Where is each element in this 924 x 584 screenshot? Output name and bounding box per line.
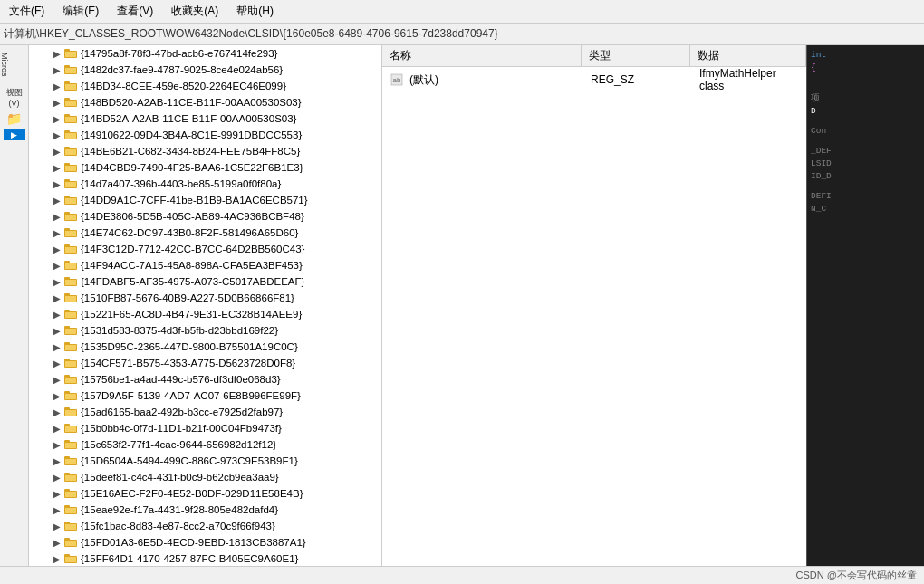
tree-item[interactable]: ▶{14910622-09D4-3B4A-8C1E-9991DBDCC553}	[29, 127, 381, 143]
tree-arrow-icon[interactable]: ▶	[51, 473, 63, 483]
tree-item[interactable]: ▶{15D6504A-5494-499C-886C-973C9E53B9F1}	[29, 453, 381, 469]
tree-item[interactable]: ▶{15c653f2-77f1-4cac-9644-656982d12f12}	[29, 436, 381, 453]
svg-rect-56	[65, 345, 76, 350]
tree-item[interactable]: ▶{15b0bb4c-0f7d-11D1-b21f-00C04Fb9473f}	[29, 420, 381, 436]
registry-tree-panel[interactable]: ▶{14795a8f-78f3-47bd-acb6-e767414fe293}▶…	[29, 45, 382, 566]
tree-item[interactable]: ▶{157D9A5F-5139-4AD7-AC07-6E8B996FE99F}	[29, 388, 381, 404]
tree-arrow-icon[interactable]: ▶	[51, 212, 63, 222]
tree-item[interactable]: ▶{15FD01A3-6E5D-4ECD-9EBD-1813CB3887A1}	[29, 534, 381, 550]
menu-view[interactable]: 查看(V)	[111, 2, 159, 21]
tree-item[interactable]: ▶{14BE6B21-C682-3434-8B24-FEE75B4FF8C5}	[29, 143, 381, 159]
folder-icon	[63, 209, 78, 224]
tree-arrow-icon[interactable]: ▶	[51, 49, 63, 59]
tree-item[interactable]: ▶{1535D95C-2365-447D-9800-B75501A19C0C}	[29, 339, 381, 355]
svg-rect-79	[64, 473, 70, 475]
tree-arrow-icon[interactable]: ▶	[51, 228, 63, 238]
folder-icon	[63, 160, 78, 175]
tree-item[interactable]: ▶{15deef81-c4c4-431f-b0c9-b62cb9ea3aa9}	[29, 469, 381, 485]
tree-arrow-icon[interactable]: ▶	[51, 98, 63, 108]
tree-item[interactable]: ▶{1531d583-8375-4d3f-b5fb-d23bbd169f22}	[29, 322, 381, 339]
tree-item[interactable]: ▶{14DE3806-5D5B-405C-AB89-4AC936BCBF48}	[29, 208, 381, 225]
tree-arrow-icon[interactable]: ▶	[51, 179, 63, 189]
folder-icon	[63, 437, 78, 452]
svg-rect-44	[65, 280, 76, 285]
tree-arrow-icon[interactable]: ▶	[51, 196, 63, 206]
tree-arrow-icon[interactable]: ▶	[51, 424, 63, 434]
folder-icon	[63, 79, 78, 93]
tree-item[interactable]: ▶{14DD9A1C-7CFF-41be-B1B9-BA1AC6ECB571}	[29, 192, 381, 208]
tree-label: {15FF64D1-4170-4257-87FC-B405EC9A60E1}	[81, 553, 298, 564]
tree-item[interactable]: ▶{15756be1-a4ad-449c-b576-df3df0e068d3}	[29, 371, 381, 388]
tree-arrow-icon[interactable]: ▶	[51, 326, 63, 336]
tree-item[interactable]: ▶{15ad6165-baa2-492b-b3cc-e7925d2fab97}	[29, 404, 381, 420]
svg-rect-1	[64, 49, 70, 52]
tree-item[interactable]: ▶{14795a8f-78f3-47bd-acb6-e767414fe293}	[29, 45, 381, 62]
tree-item[interactable]: ▶{14F3C12D-7712-42CC-B7CC-64D2BB560C43}	[29, 241, 381, 257]
folder-icon	[63, 291, 78, 305]
col-header-type[interactable]: 类型	[582, 45, 690, 66]
tree-arrow-icon[interactable]: ▶	[51, 440, 63, 450]
tree-item[interactable]: ▶{15221F65-AC8D-4B47-9E31-EC328B14AEE9}	[29, 306, 381, 322]
folder-icon	[63, 405, 78, 419]
tree-item[interactable]: ▶{148BD520-A2AB-11CE-B11F-00AA00530S03}	[29, 94, 381, 110]
tree-arrow-icon[interactable]: ▶	[51, 489, 63, 499]
svg-rect-11	[65, 101, 76, 106]
tree-arrow-icon[interactable]: ▶	[51, 375, 63, 385]
tree-item[interactable]: ▶{1482dc37-fae9-4787-9025-8ce4e024ab56}	[29, 62, 381, 78]
sidebar-btn-blue[interactable]: ▶	[4, 129, 25, 140]
col-header-data[interactable]: 数据	[690, 45, 806, 66]
tree-arrow-icon[interactable]: ▶	[51, 65, 63, 75]
tree-item[interactable]: ▶{14D4CBD9-7490-4F25-BAA6-1C5E22F6B1E3}	[29, 159, 381, 176]
svg-rect-47	[65, 296, 76, 302]
menu-favorites[interactable]: 收藏夹(A)	[166, 2, 224, 21]
tree-item[interactable]: ▶{1510FB87-5676-40B9-A227-5D0B66866F81}	[29, 290, 381, 306]
value-name: (默认)	[409, 72, 591, 88]
tree-label: {15D6504A-5494-499C-886C-973C9E53B9F1}	[81, 455, 298, 466]
svg-rect-65	[65, 394, 76, 399]
tree-item[interactable]: ▶{15FF64D1-4170-4257-87FC-B405EC9A60E1}	[29, 550, 381, 566]
svg-rect-43	[64, 277, 70, 280]
tree-item[interactable]: ▶{15fc1bac-8d83-4e87-8cc2-a70c9f66f943}	[29, 518, 381, 534]
tree-arrow-icon[interactable]: ▶	[51, 261, 63, 271]
folder-icon	[63, 258, 78, 273]
svg-rect-85	[64, 505, 70, 508]
tree-item[interactable]: ▶{14BD52A-A2AB-11CE-B11F-00AA00530S03}	[29, 110, 381, 127]
sidebar-icon-folder[interactable]: 📁	[5, 110, 24, 128]
tree-arrow-icon[interactable]: ▶	[51, 456, 63, 466]
tree-arrow-icon[interactable]: ▶	[51, 342, 63, 352]
tree-arrow-icon[interactable]: ▶	[51, 505, 63, 515]
tree-arrow-icon[interactable]: ▶	[51, 522, 63, 531]
tree-item[interactable]: ▶{14FDABF5-AF35-4975-A073-C5017ABDEEAF}	[29, 273, 381, 290]
tree-item[interactable]: ▶{15eae92e-f17a-4431-9f28-805e482dafd4}	[29, 502, 381, 518]
tree-arrow-icon[interactable]: ▶	[51, 310, 63, 320]
tree-arrow-icon[interactable]: ▶	[51, 130, 63, 140]
menu-edit[interactable]: 编辑(E)	[57, 2, 104, 21]
folder-icon	[63, 340, 78, 354]
svg-rect-55	[64, 342, 70, 345]
tree-item[interactable]: ▶{154CF571-B575-4353-A775-D5623728D0F8}	[29, 355, 381, 371]
tree-arrow-icon[interactable]: ▶	[51, 114, 63, 124]
tree-arrow-icon[interactable]: ▶	[51, 147, 63, 157]
tree-label: {14F94ACC-7A15-45A8-898A-CFA5EA3BF453}	[81, 260, 303, 271]
tree-arrow-icon[interactable]: ▶	[51, 81, 63, 91]
tree-arrow-icon[interactable]: ▶	[51, 163, 63, 173]
svg-rect-86	[65, 508, 76, 513]
col-header-name[interactable]: 名称	[382, 45, 582, 66]
tree-item[interactable]: ▶{14F94ACC-7A15-45A8-898A-CFA5EA3BF453}	[29, 257, 381, 273]
tree-arrow-icon[interactable]: ▶	[51, 407, 63, 417]
tree-arrow-icon[interactable]: ▶	[51, 277, 63, 287]
tree-arrow-icon[interactable]: ▶	[51, 391, 63, 401]
tree-arrow-icon[interactable]: ▶	[51, 554, 63, 564]
tree-item[interactable]: ▶{14E74C62-DC97-43B0-8F2F-581496A65D60}	[29, 225, 381, 241]
tree-item[interactable]: ▶{14d7a407-396b-4403-be85-5199a0f0f80a}	[29, 176, 381, 192]
tree-arrow-icon[interactable]: ▶	[51, 359, 63, 369]
menu-help[interactable]: 帮助(H)	[231, 2, 279, 21]
tree-arrow-icon[interactable]: ▶	[51, 293, 63, 303]
tree-arrow-icon[interactable]: ▶	[51, 244, 63, 254]
registry-value-row[interactable]: ab (默认) REG_SZ IfmyMathHelper class	[382, 71, 806, 89]
menu-file[interactable]: 文件(F)	[4, 2, 50, 21]
tree-arrow-icon[interactable]: ▶	[51, 538, 63, 548]
tree-item[interactable]: ▶{14BD34-8CEE-459e-8520-2264EC46E099}	[29, 78, 381, 94]
svg-rect-70	[64, 424, 70, 426]
tree-item[interactable]: ▶{15E16AEC-F2F0-4E52-B0DF-029D11E58E4B}	[29, 485, 381, 502]
